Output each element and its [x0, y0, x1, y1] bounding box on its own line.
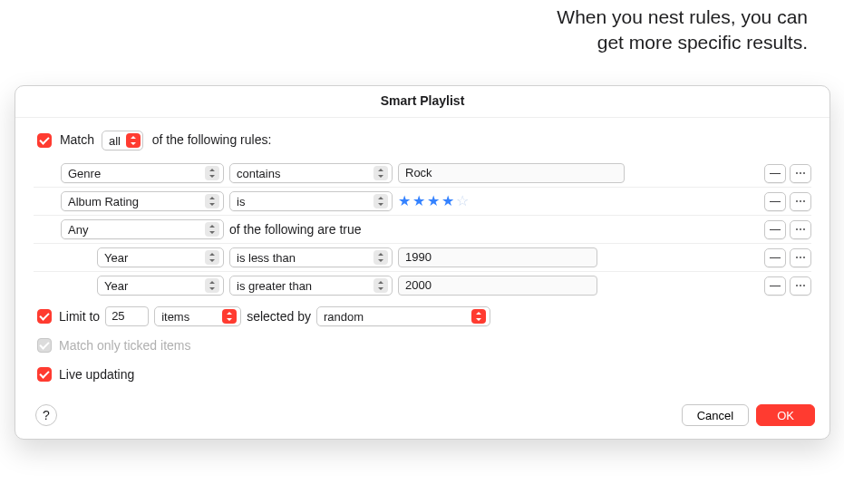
arrows-icon [205, 222, 219, 237]
match-ticked-checkbox: Match only ticked items [34, 335, 191, 355]
rule-options-button[interactable]: ⋯ [790, 192, 811, 211]
match-mode-value: all [109, 134, 121, 148]
arrows-icon [205, 278, 219, 293]
help-button[interactable]: ? [35, 404, 57, 426]
arrows-icon [373, 194, 388, 208]
smart-playlist-dialog: Smart Playlist Match all of the followin… [15, 85, 830, 440]
limit-count-input[interactable]: 25 [105, 306, 149, 326]
rule-field-value: Year [104, 251, 128, 265]
arrows-icon [205, 166, 219, 180]
rule-field-value: Album Rating [68, 195, 139, 208]
limit-label: Limit to [59, 309, 100, 324]
match-mode-select[interactable]: all [102, 131, 143, 150]
limit-checkbox-input[interactable] [37, 309, 52, 324]
group-suffix: of the following are true [229, 222, 362, 237]
rule-op-value: is [237, 195, 245, 208]
rating-stars[interactable]: ★ ★ ★ ★ ☆ [398, 194, 469, 208]
star-icon: ★ [427, 194, 440, 208]
rule-operator-select[interactable]: is greater than [229, 276, 393, 296]
rule-row: Genre contains Rock — ⋯ [34, 160, 811, 188]
remove-rule-button[interactable]: — [764, 220, 786, 239]
rule-operator-select[interactable]: is [229, 191, 393, 211]
match-ticked-label: Match only ticked items [59, 338, 191, 353]
remove-rule-button[interactable]: — [764, 164, 786, 183]
limit-unit-select[interactable]: items [154, 306, 241, 326]
dialog-footer: ? Cancel OK [15, 395, 829, 439]
rule-field-select[interactable]: Year [97, 247, 224, 267]
limit-checkbox[interactable]: Limit to [34, 306, 100, 326]
rule-field-select[interactable]: Year [97, 276, 224, 296]
rule-field-select[interactable]: Album Rating [61, 191, 224, 211]
dialog-title: Smart Playlist [15, 86, 829, 118]
star-icon: ☆ [456, 194, 469, 208]
arrows-icon [205, 194, 219, 208]
rule-field-value: Genre [68, 167, 101, 180]
remove-rule-button[interactable]: — [764, 248, 786, 267]
remove-rule-button[interactable]: — [764, 192, 786, 211]
match-checkbox[interactable] [34, 131, 54, 150]
arrows-icon [471, 309, 486, 324]
arrows-icon [373, 278, 388, 293]
star-icon: ★ [398, 194, 411, 208]
rule-options-button[interactable]: ⋯ [790, 276, 811, 296]
cancel-button[interactable]: Cancel [682, 404, 749, 426]
limit-unit-value: items [161, 310, 189, 324]
star-icon: ★ [412, 194, 425, 208]
match-row: Match all of the following rules: [34, 131, 811, 150]
ok-button[interactable]: OK [756, 404, 815, 426]
rule-field-select[interactable]: Genre [61, 163, 224, 183]
annotation-line-2: get more specific results. [597, 32, 808, 53]
live-updating-label: Live updating [59, 367, 134, 382]
remove-rule-button[interactable]: — [764, 276, 786, 296]
rules-list: Genre contains Rock — ⋯ Album Rating [34, 160, 811, 299]
rule-row: Year is greater than 2000 — ⋯ [34, 272, 811, 299]
live-updating-checkbox[interactable]: Live updating [34, 364, 134, 384]
star-icon: ★ [441, 194, 454, 208]
rule-op-value: contains [237, 167, 280, 180]
rule-row: Year is less than 1990 — ⋯ [34, 244, 811, 272]
rule-value-input[interactable]: 1990 [398, 247, 597, 267]
annotation-callout: When you nest rules, you can get more sp… [557, 5, 808, 56]
live-updating-checkbox-input[interactable] [37, 367, 52, 382]
match-ticked-checkbox-input [37, 338, 52, 353]
annotation-line-1: When you nest rules, you can [557, 6, 808, 27]
match-checkbox-input[interactable] [37, 133, 52, 148]
arrows-icon [222, 309, 237, 324]
rule-value-input[interactable]: 2000 [398, 276, 597, 296]
limit-order-select[interactable]: random [316, 306, 490, 326]
rule-operator-select[interactable]: contains [229, 163, 393, 183]
rule-row: Any of the following are true — ⋯ [34, 216, 811, 244]
arrows-icon [373, 250, 388, 265]
rule-op-value: is greater than [237, 279, 312, 293]
rule-options-button[interactable]: ⋯ [790, 248, 811, 267]
rule-row: Album Rating is ★ ★ ★ ★ ☆ — ⋯ [34, 188, 811, 216]
match-prefix: Match [60, 132, 94, 147]
rule-operator-select[interactable]: is less than [229, 247, 393, 267]
rule-field-value: Any [68, 223, 88, 237]
match-suffix: of the following rules: [152, 132, 272, 147]
arrows-icon [373, 166, 388, 180]
rule-options-button[interactable]: ⋯ [790, 220, 811, 239]
rule-value-input[interactable]: Rock [398, 163, 625, 183]
selected-by-label: selected by [247, 309, 311, 324]
rule-field-select[interactable]: Any [61, 219, 224, 239]
rule-op-value: is less than [237, 251, 296, 265]
dialog-content: Match all of the following rules: Genre … [15, 118, 829, 395]
arrows-icon [205, 250, 219, 265]
rule-options-button[interactable]: ⋯ [790, 164, 811, 183]
options-section: Limit to 25 items selected by random Mat… [34, 306, 811, 384]
limit-order-value: random [324, 310, 364, 324]
rule-field-value: Year [104, 279, 128, 293]
arrows-icon [126, 133, 141, 148]
